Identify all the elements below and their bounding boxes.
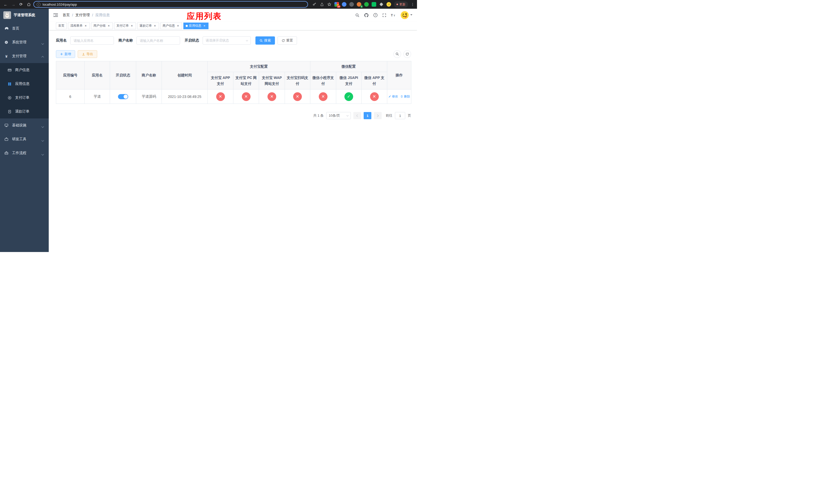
breadcrumb-home[interactable]: 首页: [63, 13, 70, 18]
browser-update-button[interactable]: 更新: [394, 1, 408, 8]
chevron-down-icon: [347, 114, 349, 116]
font-size-icon[interactable]: TT: [391, 13, 396, 17]
site-info-icon[interactable]: i: [37, 3, 41, 6]
forward-icon[interactable]: →: [10, 1, 16, 7]
sidebar-item-pay-order[interactable]: 支付订单: [0, 91, 49, 105]
breadcrumb-current: 应用信息: [95, 13, 110, 18]
sidebar-item-label: 支付订单: [15, 95, 29, 100]
sidebar-item-refund-order[interactable]: 退款订单: [0, 105, 49, 118]
goto-page-input[interactable]: [395, 112, 405, 119]
back-icon[interactable]: ←: [3, 1, 9, 7]
sidebar-item-merchant-info[interactable]: 商户信息: [0, 63, 49, 77]
chevron-down-icon: [246, 39, 248, 41]
toggle-search-button[interactable]: [393, 50, 401, 58]
extension-avatar-icon[interactable]: 1: [357, 2, 361, 7]
status-toggle[interactable]: [118, 94, 128, 99]
delete-link[interactable]: 删除: [400, 94, 410, 99]
sidebar-item-dev-tools[interactable]: 研发工具: [0, 132, 49, 146]
pagination: 共 1 条 10条/页 1 前往 页: [56, 112, 411, 119]
user-avatar-menu[interactable]: [400, 11, 412, 20]
row-actions: 修改 删除: [389, 94, 410, 99]
reload-icon[interactable]: ⟳: [18, 1, 24, 7]
password-key-icon[interactable]: [312, 2, 317, 7]
search-icon[interactable]: [355, 13, 359, 18]
alipay-pc-status-icon: ✕: [242, 92, 250, 101]
tab-process-form[interactable]: 流程表单 ×: [68, 23, 90, 29]
close-tab-icon[interactable]: ×: [107, 24, 111, 28]
url-bar[interactable]: i localhost:1024/pay/app: [33, 1, 308, 8]
collapse-sidebar-icon[interactable]: [53, 13, 58, 17]
sidebar-item-infrastructure[interactable]: 基础设施: [0, 118, 49, 132]
page-size-select[interactable]: 10条/页: [326, 112, 351, 119]
close-tab-icon[interactable]: ×: [153, 24, 157, 28]
fullscreen-icon[interactable]: [382, 13, 387, 18]
tab-app-info[interactable]: 应用信息 ×: [183, 23, 208, 29]
help-icon[interactable]: ?: [373, 13, 378, 18]
add-button[interactable]: 新增: [56, 50, 75, 58]
breadcrumb-separator: /: [72, 13, 73, 17]
browser-menu-icon[interactable]: ⋮: [411, 2, 414, 6]
col-wx-lite: 微信小程序支付: [310, 72, 336, 90]
breadcrumb-payment[interactable]: 支付管理: [75, 13, 90, 18]
search-button[interactable]: 搜索: [256, 37, 275, 45]
status-select[interactable]: 请选择开启状态: [203, 37, 251, 45]
app-name-input[interactable]: [70, 37, 114, 45]
extension-dark-icon[interactable]: [349, 2, 354, 7]
alipay-app-status-icon: ✕: [216, 92, 225, 101]
close-tab-icon[interactable]: ×: [203, 24, 206, 28]
filter-form: 应用名 商户名称 开启状态 请选择开启状态 搜索 重置: [56, 37, 410, 45]
github-icon[interactable]: [364, 13, 369, 18]
extension-blue-icon[interactable]: [342, 2, 347, 7]
extension-tampermonkey-icon[interactable]: 10: [334, 2, 339, 7]
sidebar-item-label: 退款订单: [15, 109, 29, 114]
merchant-name-input[interactable]: [136, 37, 180, 45]
tab-label: 商户信息: [162, 24, 175, 28]
sidebar-item-system[interactable]: 系统管理: [0, 36, 49, 49]
browser-profile-avatar[interactable]: [387, 2, 391, 7]
app-title: 芋道管理系统: [14, 13, 35, 18]
bookmark-star-icon[interactable]: [327, 2, 332, 7]
extensions-puzzle-icon[interactable]: [379, 2, 384, 7]
sidebar: 芋道管理系统 首页 系统管理 ¥ 支付管理: [0, 9, 49, 252]
edit-link[interactable]: 修改: [388, 94, 398, 99]
goto-label: 前往: [386, 113, 392, 118]
col-status: 开启状态: [110, 61, 136, 90]
extension-green-circle-icon[interactable]: [364, 2, 369, 7]
refresh-table-button[interactable]: [403, 50, 411, 58]
sidebar-item-home[interactable]: 首页: [0, 22, 49, 36]
caret-down-icon: [410, 14, 412, 17]
tab-refund-order[interactable]: 退款订单 ×: [137, 23, 159, 29]
col-alipay-wap: 支付宝 WAP 网站支付: [259, 72, 285, 90]
next-page-button[interactable]: [374, 112, 381, 119]
col-merchant-name: 商户名称: [136, 61, 162, 90]
page-number-1[interactable]: 1: [364, 112, 371, 119]
tab-user-group[interactable]: 用户分组 ×: [91, 23, 113, 29]
close-tab-icon[interactable]: ×: [84, 24, 87, 28]
home-icon[interactable]: [26, 1, 32, 7]
prev-page-button[interactable]: [353, 112, 361, 119]
delete-icon: [400, 95, 403, 98]
sidebar-item-payment[interactable]: ¥ 支付管理: [0, 49, 49, 63]
tab-label: 用户分组: [93, 24, 106, 28]
col-alipay-pc: 支付宝 PC 网站支付: [233, 72, 259, 90]
tab-merchant-info[interactable]: 商户信息 ×: [160, 23, 182, 29]
extension-wechat-icon[interactable]: [372, 2, 376, 7]
export-button[interactable]: 导出: [78, 50, 97, 58]
tab-label: 流程表单: [70, 24, 83, 28]
sidebar-item-app-info[interactable]: 应用信息: [0, 77, 49, 91]
sidebar-item-workflow[interactable]: 工作流程: [0, 146, 49, 160]
chevron-down-icon: [42, 124, 44, 128]
browser-chrome: ← → ⟳ i localhost:1024/pay/app 10 1: [0, 0, 417, 9]
total-count: 共 1 条: [313, 113, 324, 118]
app-logo[interactable]: 芋道管理系统: [0, 9, 49, 22]
tab-home[interactable]: 首页: [56, 23, 67, 29]
close-tab-icon[interactable]: ×: [176, 24, 180, 28]
reset-button[interactable]: 重置: [278, 37, 297, 45]
table-tools: [393, 50, 411, 58]
workflow-icon: [4, 151, 9, 155]
sidebar-item-label: 研发工具: [12, 137, 26, 141]
tab-pay-order[interactable]: 支付订单 ×: [114, 23, 136, 29]
close-tab-icon[interactable]: ×: [130, 24, 134, 28]
search-icon: [395, 52, 399, 56]
share-icon[interactable]: [320, 2, 324, 7]
